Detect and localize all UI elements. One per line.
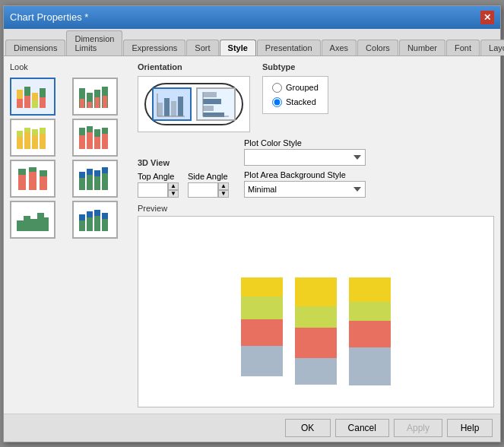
svg-rect-20: [32, 135, 38, 149]
svg-rect-36: [40, 176, 47, 190]
svg-rect-52: [79, 214, 85, 220]
svg-rect-22: [40, 134, 46, 149]
tab-axes[interactable]: Axes: [322, 40, 357, 55]
top-angle-up-button[interactable]: ▲: [168, 182, 179, 190]
tab-font[interactable]: Font: [446, 40, 480, 55]
bottom-bar: OK Cancel Apply Help: [4, 414, 500, 442]
tab-presentation[interactable]: Presentation: [257, 40, 321, 55]
bar1-seg3: [241, 296, 283, 319]
top-angle-input-group: 7 ▲ ▼: [138, 182, 179, 198]
svg-rect-17: [17, 131, 23, 137]
subtype-grouped-option[interactable]: Grouped: [272, 83, 319, 93]
look-item-3[interactable]: [10, 119, 55, 157]
orientation-highlight: [144, 83, 243, 125]
svg-rect-1: [17, 99, 23, 108]
look-panel: Look: [10, 62, 132, 407]
threed-label: 3D View: [138, 158, 229, 167]
tab-sort[interactable]: Sort: [186, 40, 218, 55]
svg-rect-38: [79, 178, 85, 190]
right-panel: Orientation: [138, 62, 494, 407]
orientation-horizontal-button[interactable]: [196, 87, 236, 121]
svg-rect-54: [87, 211, 93, 217]
side-angle-down-button[interactable]: ▼: [218, 190, 229, 198]
preview-label: Preview: [138, 204, 494, 213]
side-angle-input[interactable]: 15: [188, 182, 218, 198]
svg-rect-58: [102, 213, 108, 219]
side-angle-spinners: ▲ ▼: [218, 182, 229, 198]
preview-area: [138, 216, 494, 407]
svg-rect-7: [40, 97, 46, 108]
tab-dimension-limits[interactable]: Dimension Limits: [66, 30, 122, 55]
svg-rect-37: [40, 170, 47, 176]
orientation-vertical-button[interactable]: [152, 87, 192, 121]
svg-rect-40: [87, 175, 93, 190]
look-item-6[interactable]: [72, 160, 118, 198]
tab-expressions[interactable]: Expressions: [123, 40, 185, 55]
plot-bg-select[interactable]: Minimal None Subtle Standard: [244, 181, 366, 198]
svg-rect-27: [87, 126, 93, 132]
look-item-5[interactable]: [10, 160, 55, 198]
svg-rect-48: [30, 219, 37, 231]
look-item-7[interactable]: [10, 201, 55, 239]
plot-color-select[interactable]: Default Pastel Vivid: [244, 149, 366, 166]
tab-layout[interactable]: Layout: [480, 40, 504, 55]
top-angle-down-button[interactable]: ▼: [168, 190, 179, 198]
svg-rect-19: [24, 128, 30, 132]
tab-number[interactable]: Number: [399, 40, 445, 55]
svg-rect-23: [40, 128, 46, 134]
svg-rect-47: [24, 216, 30, 231]
preview-bar-2: [295, 277, 337, 392]
svg-rect-12: [80, 99, 84, 108]
bar2-seg2: [295, 328, 337, 358]
dialog-title: Chart Properties *: [10, 11, 88, 23]
svg-rect-60: [164, 98, 170, 116]
side-angle-group: Side Angle 15 ▲ ▼: [188, 172, 229, 198]
svg-rect-21: [32, 129, 38, 135]
bar3-seg2: [349, 321, 391, 347]
look-label: Look: [10, 62, 132, 71]
svg-rect-3: [24, 96, 30, 108]
svg-rect-13: [87, 102, 92, 108]
ok-button[interactable]: OK: [285, 419, 331, 437]
preview-bar-3: [349, 277, 391, 392]
look-item-8[interactable]: [72, 201, 118, 239]
svg-rect-45: [102, 167, 108, 173]
subtype-stacked-radio[interactable]: [272, 97, 282, 107]
bar3-seg3: [349, 302, 391, 321]
apply-button[interactable]: Apply: [394, 419, 442, 437]
top-angle-label: Top Angle: [138, 172, 179, 181]
subtype-section: Subtype Grouped Stacked: [262, 62, 328, 114]
top-angle-input[interactable]: 7: [138, 182, 168, 198]
look-item-2[interactable]: [72, 78, 118, 116]
svg-rect-41: [87, 169, 93, 175]
plot-bg-group: Plot Area Background Style Minimal None …: [244, 170, 494, 198]
close-button[interactable]: ✕: [480, 11, 494, 24]
preview-bar-1: [241, 277, 283, 392]
svg-rect-51: [79, 220, 85, 231]
svg-rect-46: [17, 220, 24, 231]
svg-rect-61: [171, 101, 176, 116]
tab-colors[interactable]: Colors: [357, 40, 398, 55]
subtype-grouped-radio[interactable]: [272, 83, 282, 93]
bar2-seg4: [295, 277, 337, 306]
tab-style[interactable]: Style: [220, 40, 256, 55]
plot-bg-label: Plot Area Background Style: [244, 170, 494, 179]
help-button[interactable]: Help: [447, 419, 493, 437]
top-angle-spinners: ▲ ▼: [168, 182, 179, 198]
top-angle-group: Top Angle 7 ▲ ▼: [138, 172, 179, 198]
tab-bar: Dimensions Dimension Limits Expressions …: [4, 29, 500, 56]
svg-rect-31: [102, 128, 108, 134]
subtype-stacked-option[interactable]: Stacked: [272, 97, 319, 107]
cancel-button[interactable]: Cancel: [335, 419, 389, 437]
svg-rect-39: [79, 172, 85, 178]
look-item-4[interactable]: [72, 119, 118, 157]
subtype-options: Grouped Stacked: [272, 83, 319, 107]
side-angle-up-button[interactable]: ▲: [218, 182, 229, 190]
svg-rect-29: [94, 129, 100, 137]
svg-rect-33: [18, 169, 26, 175]
tab-dimensions[interactable]: Dimensions: [5, 40, 65, 55]
svg-rect-18: [24, 132, 30, 149]
svg-rect-32: [18, 175, 26, 190]
svg-rect-57: [102, 219, 108, 231]
look-item-1[interactable]: [10, 78, 55, 116]
